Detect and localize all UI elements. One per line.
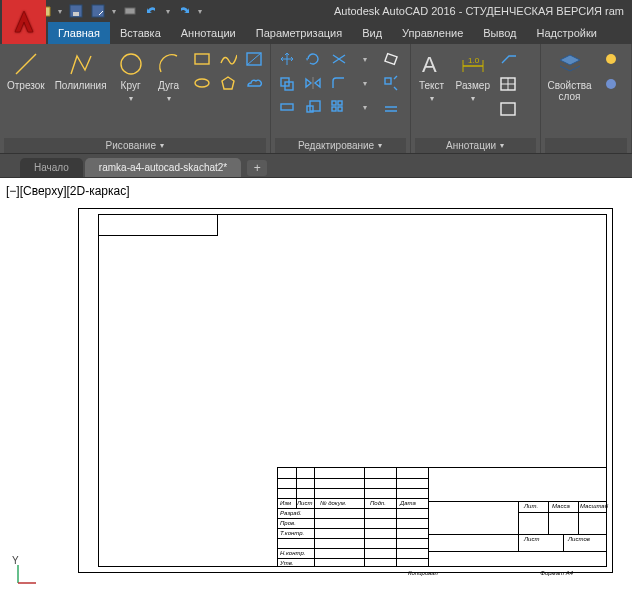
tab-home[interactable]: Главная <box>48 22 110 44</box>
copy-button[interactable] <box>275 72 299 94</box>
tab-addins[interactable]: Надстройки <box>527 22 607 44</box>
panel-layers: Свойства слоя <box>541 44 632 153</box>
drawing-area[interactable]: [−][Сверху][2D-каркас] <box>0 178 632 595</box>
scale-button[interactable] <box>301 96 325 118</box>
arc-button[interactable]: Дуга ▾ <box>152 48 186 105</box>
layer-properties-button[interactable]: Свойства слоя <box>545 48 595 104</box>
polyline-button[interactable]: Полилиния <box>52 48 110 93</box>
panel-layers-title[interactable] <box>545 138 627 153</box>
svg-rect-23 <box>332 107 336 111</box>
footer-copied: Копировал <box>408 570 438 576</box>
polygon-button[interactable] <box>216 72 240 94</box>
offset-button[interactable] <box>379 96 403 118</box>
chevron-down-icon: ▾ <box>378 141 382 150</box>
mtext-button[interactable] <box>497 98 521 120</box>
mirror-button[interactable] <box>301 72 325 94</box>
quick-access-toolbar: ▾ ▾ ▾ ▾ ▾ Autodesk AutoCAD 2016 - СТУДЕН… <box>0 0 632 22</box>
panel-draw-title[interactable]: Рисование ▾ <box>4 138 266 153</box>
array-chev[interactable]: ▾ <box>353 96 377 118</box>
extend-chev[interactable]: ▾ <box>353 48 377 70</box>
panel-annotation: A Текст ▾ 1.0 Размер ▾ Аннотации ▾ <box>411 44 541 153</box>
tab-output[interactable]: Вывод <box>473 22 526 44</box>
chevron-down-icon[interactable]: ▾ <box>166 7 170 16</box>
tab-view[interactable]: Вид <box>352 22 392 44</box>
polyline-icon <box>67 50 95 78</box>
line-button[interactable]: Отрезок <box>4 48 48 93</box>
svg-rect-21 <box>332 101 336 105</box>
tb-podp: Подп. <box>370 500 386 506</box>
ucs-icon: Y <box>12 561 40 589</box>
cloud-button[interactable] <box>242 72 266 94</box>
ellipse-button[interactable] <box>190 72 214 94</box>
tb-masshtab: Масштаб <box>580 503 608 509</box>
panel-annot-title[interactable]: Аннотации ▾ <box>415 138 536 153</box>
circle-icon <box>117 50 145 78</box>
tab-parametric[interactable]: Параметризация <box>246 22 352 44</box>
svg-rect-7 <box>195 54 209 64</box>
ribbon-tabstrip: Главная Вставка Аннотации Параметризация… <box>0 22 632 44</box>
move-button[interactable] <box>275 48 299 70</box>
hatch-button[interactable] <box>242 48 266 70</box>
fillet-chev[interactable]: ▾ <box>353 72 377 94</box>
circle-label: Круг <box>121 80 141 91</box>
svg-line-9 <box>247 53 261 65</box>
panel-title-text: Аннотации <box>446 140 496 151</box>
circle-button[interactable]: Круг ▾ <box>114 48 148 105</box>
array-button[interactable] <box>327 96 351 118</box>
line-label: Отрезок <box>7 80 45 91</box>
sheet: Изм Лист № докум. Подп. Дата Разраб. Про… <box>78 208 613 573</box>
spline-button[interactable] <box>216 48 240 70</box>
text-button[interactable]: A Текст ▾ <box>415 48 449 105</box>
panel-title-text: Редактирование <box>298 140 374 151</box>
svg-rect-24 <box>338 107 342 111</box>
plot-icon[interactable] <box>122 3 138 19</box>
tab-annotate[interactable]: Аннотации <box>171 22 246 44</box>
doctab-file[interactable]: ramka-a4-autocad-skachat2* <box>85 158 241 177</box>
tb-nkontr: Н.контр. <box>280 550 305 556</box>
erase-button[interactable] <box>379 48 403 70</box>
tb-list2: Лист <box>524 536 539 542</box>
tab-manage[interactable]: Управление <box>392 22 473 44</box>
trim-button[interactable] <box>327 48 351 70</box>
doctab-start[interactable]: Начало <box>20 158 83 177</box>
svg-marker-11 <box>222 77 234 89</box>
chevron-down-icon: ▾ <box>471 94 475 103</box>
dimension-label: Размер <box>456 80 490 91</box>
svg-rect-18 <box>281 104 293 110</box>
explode-button[interactable] <box>379 72 403 94</box>
app-menu-button[interactable] <box>2 0 46 44</box>
panel-title-text: Рисование <box>106 140 156 151</box>
layer-freeze-button[interactable] <box>599 73 623 95</box>
svg-rect-17 <box>385 78 391 84</box>
stretch-button[interactable] <box>275 96 299 118</box>
chevron-down-icon: ▾ <box>160 141 164 150</box>
saveas-icon[interactable] <box>90 3 106 19</box>
tb-utv: Утв. <box>280 560 294 566</box>
chevron-down-icon[interactable]: ▾ <box>198 7 202 16</box>
chevron-down-icon[interactable]: ▾ <box>112 7 116 16</box>
tb-massa: Масса <box>552 503 570 509</box>
chevron-down-icon: ▾ <box>430 94 434 103</box>
undo-icon[interactable] <box>144 3 160 19</box>
tab-insert[interactable]: Вставка <box>110 22 171 44</box>
svg-point-10 <box>195 79 209 87</box>
new-tab-button[interactable]: + <box>247 160 267 176</box>
table-button[interactable] <box>497 73 521 95</box>
redo-icon[interactable] <box>176 3 192 19</box>
svg-marker-16 <box>315 79 320 87</box>
rotate-button[interactable] <box>301 48 325 70</box>
svg-rect-4 <box>125 8 135 14</box>
panel-modify-title[interactable]: Редактирование ▾ <box>275 138 406 153</box>
leader-button[interactable] <box>497 48 521 70</box>
svg-rect-2 <box>73 12 79 16</box>
layer-properties-label: Свойства слоя <box>548 80 592 102</box>
rectangle-button[interactable] <box>190 48 214 70</box>
chevron-down-icon[interactable]: ▾ <box>58 7 62 16</box>
layer-on-button[interactable] <box>599 48 623 70</box>
viewport-controls[interactable]: [−][Сверху][2D-каркас] <box>6 184 130 198</box>
footer-format: Формат A4 <box>540 570 573 576</box>
fillet-button[interactable] <box>327 72 351 94</box>
tb-razrab: Разраб. <box>280 510 302 516</box>
save-icon[interactable] <box>68 3 84 19</box>
dimension-button[interactable]: 1.0 Размер ▾ <box>453 48 493 105</box>
